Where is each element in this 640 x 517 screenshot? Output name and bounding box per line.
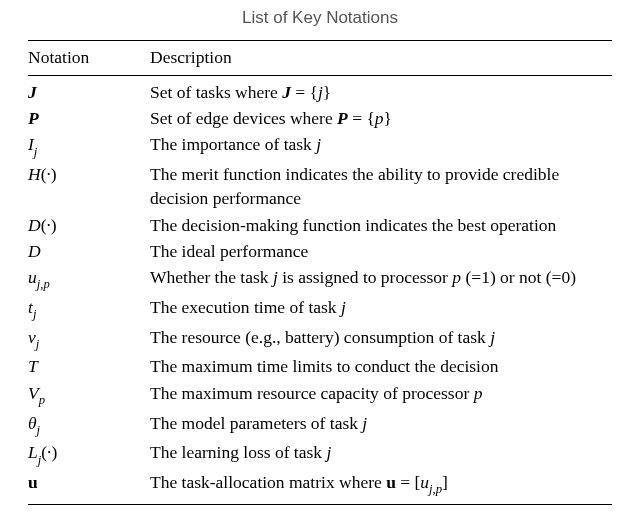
- cell-description: The merit function indicates the ability…: [150, 161, 612, 211]
- cell-notation: T: [28, 353, 150, 379]
- cell-description: The model parameters of task j: [150, 410, 612, 440]
- table-row: uj,p Whether the task j is assigned to p…: [28, 264, 612, 294]
- table-row: Vp The maximum resource capacity of proc…: [28, 380, 612, 410]
- cell-notation: H(·): [28, 161, 150, 211]
- cell-description: The maximum resource capacity of process…: [150, 380, 612, 410]
- cell-description: Whether the task j is assigned to proces…: [150, 264, 612, 294]
- cell-notation: D(·): [28, 212, 150, 238]
- cell-description: The maximum time limits to conduct the d…: [150, 353, 612, 379]
- table-header-row: Notation Description: [28, 41, 612, 76]
- table-row: D The ideal performance: [28, 238, 612, 264]
- cell-notation: Lj(·): [28, 439, 150, 469]
- header-description: Description: [150, 41, 612, 76]
- cell-notation: vj: [28, 324, 150, 354]
- table-row: D(·) The decision-making function indica…: [28, 212, 612, 238]
- table-row: θj The model parameters of task j: [28, 410, 612, 440]
- table-row: Lj(·) The learning loss of task j: [28, 439, 612, 469]
- cell-description: The task-allocation matrix where u = [uj…: [150, 469, 612, 504]
- table-row: T The maximum time limits to conduct the…: [28, 353, 612, 379]
- cell-notation: uj,p: [28, 264, 150, 294]
- cell-notation: u: [28, 469, 150, 504]
- cell-description: The resource (e.g., battery) consumption…: [150, 324, 612, 354]
- notation-table: Notation Description J Set of tasks wher…: [28, 40, 612, 505]
- table-row: Ij The importance of task j: [28, 131, 612, 161]
- table-row: vj The resource (e.g., battery) consumpt…: [28, 324, 612, 354]
- cell-notation: tj: [28, 294, 150, 324]
- table-row: u The task-allocation matrix where u = […: [28, 469, 612, 504]
- cell-description: The importance of task j: [150, 131, 612, 161]
- cell-notation: J: [28, 76, 150, 106]
- table-row: tj The execution time of task j: [28, 294, 612, 324]
- cell-description: Set of edge devices where P = {p}: [150, 105, 612, 131]
- table-row: H(·) The merit function indicates the ab…: [28, 161, 612, 211]
- cell-description: The decision-making function indicates t…: [150, 212, 612, 238]
- cell-notation: Ij: [28, 131, 150, 161]
- cell-notation: P: [28, 105, 150, 131]
- cell-description: The learning loss of task j: [150, 439, 612, 469]
- table-title: List of Key Notations: [28, 8, 612, 28]
- table-row: P Set of edge devices where P = {p}: [28, 105, 612, 131]
- cell-notation: Vp: [28, 380, 150, 410]
- cell-notation: D: [28, 238, 150, 264]
- table-row: J Set of tasks where J = {j}: [28, 76, 612, 106]
- cell-description: The execution time of task j: [150, 294, 612, 324]
- header-notation: Notation: [28, 41, 150, 76]
- cell-notation: θj: [28, 410, 150, 440]
- cell-description: The ideal performance: [150, 238, 612, 264]
- cell-description: Set of tasks where J = {j}: [150, 76, 612, 106]
